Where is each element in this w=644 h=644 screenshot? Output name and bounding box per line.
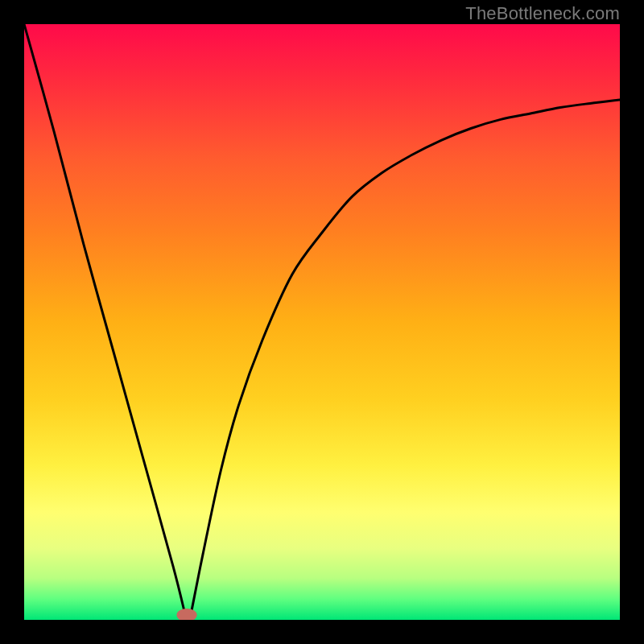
bottleneck-chart: [24, 24, 620, 620]
chart-frame: [0, 0, 644, 644]
watermark-text: TheBottleneck.com: [465, 3, 620, 24]
